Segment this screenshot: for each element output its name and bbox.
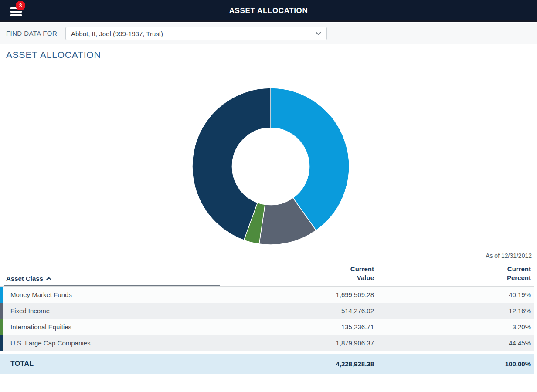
- row-color-chip: [0, 335, 3, 351]
- table-header-row: Asset Class Current Value Current Percen…: [0, 264, 534, 286]
- total-label: TOTAL: [0, 360, 221, 368]
- top-navigation-bar: 3 ASSET ALLOCATION: [0, 0, 537, 22]
- asset-allocation-donut-chart[interactable]: [192, 88, 350, 245]
- column-header-current-percent[interactable]: Current Percent: [374, 265, 531, 283]
- table-row[interactable]: International Equities 135,236.71 3.20%: [0, 319, 534, 335]
- row-color-chip: [0, 319, 3, 335]
- section-title: ASSET ALLOCATION: [6, 50, 101, 60]
- as-of-date: As of 12/31/2012: [486, 252, 532, 259]
- chevron-down-icon: [316, 32, 321, 35]
- column-header-asset-class[interactable]: Asset Class: [0, 275, 221, 282]
- asset-class-cell: U.S. Large Cap Companies: [0, 339, 221, 347]
- find-data-select[interactable]: Abbot, II, Joel (999-1937, Trust): [65, 27, 327, 40]
- current-value-cell: 514,276.02: [221, 307, 374, 314]
- page-title: ASSET ALLOCATION: [0, 0, 537, 22]
- asset-class-table: Money Market Funds 1,699,509.28 40.19% F…: [0, 287, 534, 351]
- sort-ascending-icon: [46, 277, 51, 280]
- current-percent-cell: 44.45%: [374, 339, 531, 347]
- asset-allocation-screen: 3 ASSET ALLOCATION FIND DATA FOR Abbot, …: [0, 0, 537, 392]
- asset-class-cell: Fixed Income: [0, 307, 221, 314]
- find-data-bar: FIND DATA FOR Abbot, II, Joel (999-1937,…: [0, 23, 537, 44]
- row-color-chip: [0, 303, 3, 319]
- current-percent-cell: 40.19%: [374, 291, 531, 298]
- find-data-selected-value: Abbot, II, Joel (999-1937, Trust): [71, 30, 163, 37]
- find-data-label: FIND DATA FOR: [6, 23, 57, 44]
- current-percent-cell: 3.20%: [374, 323, 531, 331]
- current-value-cell: 1,699,509.28: [221, 291, 374, 298]
- row-color-chip: [0, 287, 3, 303]
- total-current-percent: 100.00%: [374, 360, 531, 368]
- table-row[interactable]: U.S. Large Cap Companies 1,879,906.37 44…: [0, 335, 534, 351]
- total-row: TOTAL 4,228,928.38 100.00%: [0, 354, 534, 374]
- table-row[interactable]: Fixed Income 514,276.02 12.16%: [0, 303, 534, 319]
- column-header-current-value[interactable]: Current Value: [221, 265, 374, 283]
- asset-class-header-label: Asset Class: [6, 275, 43, 282]
- asset-class-cell: Money Market Funds: [0, 291, 221, 298]
- table-row[interactable]: Money Market Funds 1,699,509.28 40.19%: [0, 287, 534, 303]
- current-value-cell: 1,879,906.37: [221, 339, 374, 347]
- table-bottom-divider: [0, 351, 534, 351]
- donut-chart-svg: [192, 88, 350, 245]
- current-value-cell: 135,236.71: [221, 323, 374, 331]
- current-percent-cell: 12.16%: [374, 307, 531, 314]
- total-current-value: 4,228,928.38: [221, 360, 374, 368]
- asset-class-cell: International Equities: [0, 323, 221, 331]
